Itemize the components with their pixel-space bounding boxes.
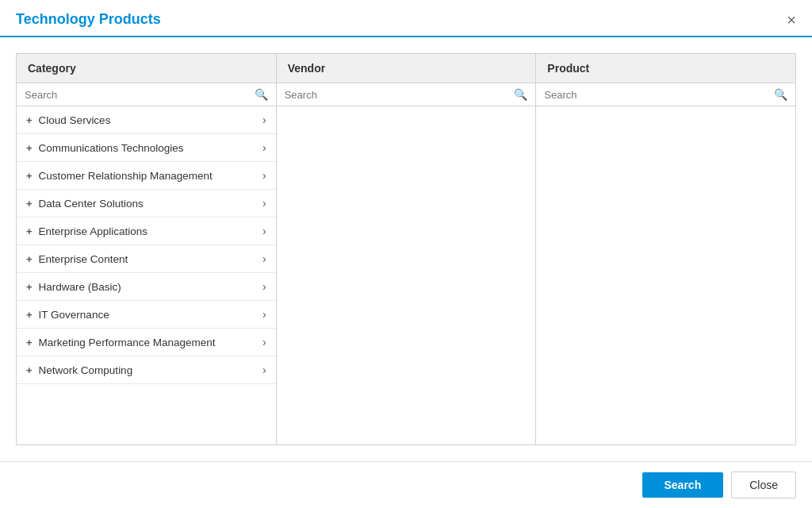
product-list bbox=[536, 106, 795, 444]
close-icon[interactable]: × bbox=[787, 12, 796, 28]
chevron-right-icon: › bbox=[262, 114, 266, 126]
plus-icon: + bbox=[26, 142, 33, 154]
list-item-left: + Data Center Solutions bbox=[26, 198, 144, 210]
chevron-right-icon: › bbox=[262, 252, 266, 265]
list-item[interactable]: + Hardware (Basic) › bbox=[17, 273, 276, 301]
modal-footer: Search Close bbox=[0, 461, 812, 508]
vendor-search-input[interactable] bbox=[285, 89, 515, 101]
vendor-column: Vendor 🔍 bbox=[277, 53, 537, 445]
search-button[interactable]: Search bbox=[642, 472, 724, 498]
list-item-label: Enterprise Applications bbox=[39, 225, 147, 237]
list-item-label: Hardware (Basic) bbox=[39, 281, 121, 293]
list-item-left: + Network Computing bbox=[26, 364, 132, 376]
category-search-box: 🔍 bbox=[17, 83, 276, 106]
list-item-label: Enterprise Content bbox=[39, 253, 128, 265]
list-item[interactable]: + Network Computing › bbox=[17, 356, 276, 384]
modal-overlay: Technology Products × Category 🔍 + Cloud… bbox=[0, 0, 812, 508]
list-item-label: Data Center Solutions bbox=[39, 198, 144, 210]
product-search-box: 🔍 bbox=[536, 83, 795, 106]
list-item-left: + Communications Technologies bbox=[26, 142, 183, 154]
category-column: Category 🔍 + Cloud Services › + Communic… bbox=[16, 53, 277, 445]
list-item-left: + IT Governance bbox=[26, 309, 109, 321]
chevron-right-icon: › bbox=[262, 280, 266, 293]
chevron-right-icon: › bbox=[262, 308, 266, 321]
category-list: + Cloud Services › + Communications Tech… bbox=[17, 106, 276, 444]
list-item-label: Customer Relationship Management bbox=[39, 170, 213, 182]
modal-body: Category 🔍 + Cloud Services › + Communic… bbox=[0, 37, 812, 461]
category-search-icon: 🔍 bbox=[255, 88, 268, 101]
list-item-left: + Enterprise Content bbox=[26, 253, 128, 265]
list-item-label: Network Computing bbox=[39, 364, 133, 376]
list-item[interactable]: + Marketing Performance Management › bbox=[17, 329, 276, 356]
list-item-left: + Hardware (Basic) bbox=[26, 281, 121, 293]
list-item-left: + Marketing Performance Management bbox=[26, 337, 215, 348]
plus-icon: + bbox=[26, 253, 33, 265]
modal-header: Technology Products × bbox=[0, 0, 812, 37]
plus-icon: + bbox=[26, 309, 33, 321]
category-search-input[interactable] bbox=[25, 89, 255, 101]
modal-title: Technology Products bbox=[16, 11, 161, 28]
list-item-label: Marketing Performance Management bbox=[39, 337, 216, 348]
chevron-right-icon: › bbox=[262, 169, 266, 182]
chevron-right-icon: › bbox=[262, 336, 266, 348]
plus-icon: + bbox=[26, 337, 33, 348]
product-column: Product 🔍 bbox=[536, 53, 796, 445]
list-item[interactable]: + Communications Technologies › bbox=[17, 134, 276, 162]
list-item-label: Communications Technologies bbox=[39, 142, 184, 154]
plus-icon: + bbox=[26, 170, 33, 182]
category-column-header: Category bbox=[17, 54, 276, 83]
product-column-header: Product bbox=[536, 54, 795, 83]
vendor-list bbox=[277, 106, 536, 444]
list-item[interactable]: + Enterprise Applications › bbox=[17, 217, 276, 245]
close-button[interactable]: Close bbox=[731, 471, 796, 498]
list-item-left: + Cloud Services bbox=[26, 114, 110, 126]
list-item-left: + Enterprise Applications bbox=[26, 225, 147, 237]
chevron-right-icon: › bbox=[262, 225, 266, 237]
list-item[interactable]: + Enterprise Content › bbox=[17, 245, 276, 273]
list-item[interactable]: + IT Governance › bbox=[17, 301, 276, 329]
list-item-label: Cloud Services bbox=[39, 114, 111, 126]
plus-icon: + bbox=[26, 225, 33, 237]
list-item-left: + Customer Relationship Management bbox=[26, 170, 213, 182]
list-item[interactable]: + Cloud Services › bbox=[17, 106, 276, 134]
plus-icon: + bbox=[26, 364, 33, 376]
vendor-search-box: 🔍 bbox=[277, 83, 536, 106]
vendor-column-header: Vendor bbox=[277, 54, 536, 83]
vendor-search-icon: 🔍 bbox=[514, 88, 527, 101]
product-search-icon: 🔍 bbox=[774, 88, 787, 101]
chevron-right-icon: › bbox=[262, 197, 266, 210]
list-item[interactable]: + Customer Relationship Management › bbox=[17, 162, 276, 190]
plus-icon: + bbox=[26, 281, 33, 293]
chevron-right-icon: › bbox=[262, 364, 266, 376]
chevron-right-icon: › bbox=[262, 141, 266, 154]
plus-icon: + bbox=[26, 114, 33, 126]
modal: Technology Products × Category 🔍 + Cloud… bbox=[0, 0, 812, 508]
list-item-label: IT Governance bbox=[39, 309, 109, 321]
list-item[interactable]: + Data Center Solutions › bbox=[17, 190, 276, 217]
product-search-input[interactable] bbox=[544, 89, 774, 101]
plus-icon: + bbox=[26, 198, 33, 210]
